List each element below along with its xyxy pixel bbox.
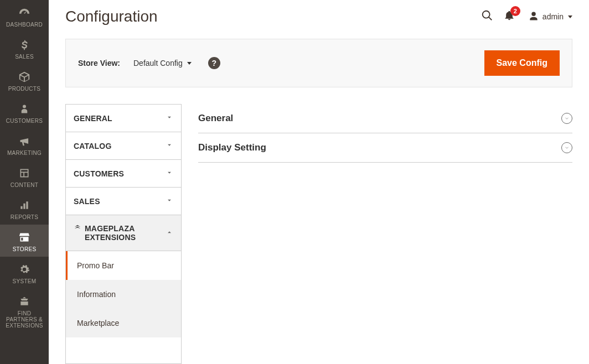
sidebar-item-label: SALES [15,54,34,60]
config-content: GENERAL CATALOG CUSTOMERS [65,104,572,364]
tab-mageplaza-extensions[interactable]: MAGEPLAZA EXTENSIONS [66,215,181,251]
tab-label: CATALOG [74,142,112,150]
chevron-down-icon [166,196,173,206]
layout-icon [19,166,30,180]
tab-label: CUSTOMERS [74,169,124,178]
subtab-marketplace[interactable]: Marketplace [66,309,181,337]
chevron-down-icon [166,169,173,178]
user-menu[interactable]: admin [528,11,572,23]
mageplaza-icon [74,224,81,233]
sidebar-item-reports[interactable]: REPORTS [0,193,49,225]
chevron-down-icon [166,141,173,150]
expand-icon [561,142,572,153]
subtab-label: Promo Bar [77,261,114,270]
sidebar-item-label: SYSTEM [13,278,37,284]
user-label: admin [542,12,564,21]
sidebar-item-label: CONTENT [11,182,38,188]
store-view-switcher[interactable]: Default Config [133,59,192,67]
tab-label: MAGEPLAZA EXTENSIONS [85,224,166,242]
tab-label: GENERAL [74,114,112,123]
tab-label: SALES [74,197,100,206]
sidebar-item-label: FIND PARTNERS & EXTENSIONS [2,310,46,329]
chevron-down-icon [187,62,192,65]
dollar-icon [19,38,30,52]
tab-sales[interactable]: SALES [66,188,181,215]
sidebar-item-system[interactable]: SYSTEM [0,257,49,289]
tab-catalog[interactable]: CATALOG [66,132,181,159]
box-icon [18,70,30,84]
main-content: Configuration 2 admin [49,0,589,364]
chevron-down-icon [166,113,173,123]
sidebar-item-customers[interactable]: CUSTOMERS [0,96,49,128]
person-icon [19,102,29,116]
save-config-button[interactable]: Save Config [484,50,560,76]
sidebar-item-marketing[interactable]: MARKETING [0,128,49,160]
store-icon [18,230,30,245]
tab-customers[interactable]: CUSTOMERS [66,160,181,187]
sidebar-item-dashboard[interactable]: DASHBOARD [0,0,49,32]
tab-general[interactable]: GENERAL [66,105,181,132]
accordion-display-setting[interactable]: Display Setting [198,133,572,163]
topbar: Configuration 2 admin [49,0,589,29]
subtab-label: Information [77,290,116,299]
accordion-title: General [198,113,233,124]
config-tabs: GENERAL CATALOG CUSTOMERS [65,104,182,364]
bars-icon [19,198,30,212]
admin-sidebar: DASHBOARD SALES PRODUCTS CUSTOMERS MARKE… [0,0,49,364]
search-icon [481,9,493,24]
sidebar-item-label: STORES [13,246,37,252]
gauge-icon [18,6,30,20]
sidebar-item-partners[interactable]: FIND PARTNERS & EXTENSIONS [0,289,49,333]
expand-icon [561,113,572,124]
page-title: Configuration [65,8,158,25]
partners-icon [18,294,30,309]
notifications-badge: 2 [510,6,520,16]
sidebar-item-label: MARKETING [7,150,42,156]
megaphone-icon [18,134,30,148]
search-button[interactable] [476,9,498,24]
subtab-label: Marketplace [77,319,119,327]
accordion-title: Display Setting [198,142,266,153]
sidebar-item-label: DASHBOARD [6,22,43,28]
accordion-general[interactable]: General [198,104,572,133]
sidebar-item-sales[interactable]: SALES [0,32,49,64]
subtab-promo-bar[interactable]: Promo Bar [66,251,181,280]
scope-value: Default Config [133,59,183,67]
gear-icon [19,262,30,277]
sidebar-item-products[interactable]: PRODUCTS [0,64,49,96]
subtab-information[interactable]: Information [66,280,181,309]
help-icon: ? [211,59,216,67]
scope-label: Store View: [78,59,120,67]
notifications-button[interactable]: 2 [498,9,520,24]
sidebar-item-label: REPORTS [11,214,38,220]
sidebar-item-label: PRODUCTS [8,86,41,92]
sidebar-item-content[interactable]: CONTENT [0,160,49,193]
help-button[interactable]: ? [208,57,220,69]
sidebar-item-label: CUSTOMERS [6,118,43,124]
user-icon [528,11,539,23]
sidebar-item-stores[interactable]: STORES [0,225,49,257]
config-panel: General Display Setting [198,104,572,364]
chevron-up-icon [166,228,173,238]
chevron-down-icon [568,15,572,18]
scope-bar: Store View: Default Config ? Save Config [65,39,572,87]
